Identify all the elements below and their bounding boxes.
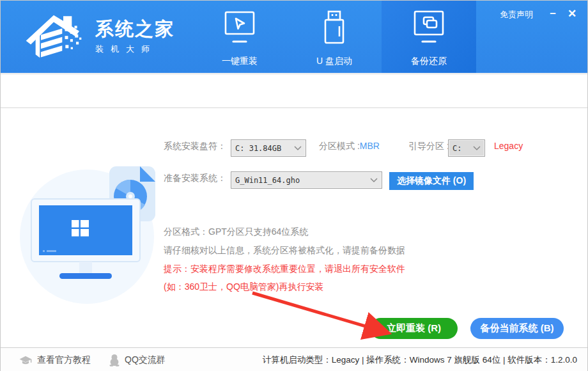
house-logo-icon	[25, 8, 89, 65]
security-warning-line1: 提示：安装程序需要修改系统重要位置，请退出所有安全软件	[164, 264, 405, 275]
install-drive-value: C: 31.84GB	[235, 144, 281, 153]
logo-subtitle: 装机大师	[95, 43, 174, 55]
system-image-label: 准备安装系统：	[164, 173, 226, 184]
monitor-cursor-icon	[222, 10, 258, 49]
boot-partition-value: C:	[453, 144, 461, 153]
chevron-down-icon	[366, 178, 378, 183]
partition-format-note: 分区格式：GPT分区只支持64位系统	[164, 226, 308, 238]
system-status-text: 计算机启动类型：Legacy | 操作系统：Windows 7 旗舰版 64位 …	[263, 354, 577, 366]
usb-drive-icon	[316, 10, 352, 49]
toolbar-strip	[1, 74, 587, 108]
chevron-down-icon	[290, 146, 302, 151]
qq-group-link[interactable]: QQ交流群	[109, 354, 166, 367]
qq-penguin-icon	[109, 354, 120, 367]
boot-partition-dropdown[interactable]: C:	[448, 139, 485, 157]
main-content: 系统安装盘符： C: 31.84GB 分区模式 :MBR 引导分区 : C: L…	[1, 109, 587, 347]
nav-tabs: 一键重装 U 盘启动	[192, 1, 476, 73]
app-window: 系统之家 装机大师 一键重装	[0, 0, 588, 371]
graduation-cap-icon	[19, 354, 33, 366]
install-drive-label: 系统安装盘符：	[164, 141, 226, 152]
verify-info-note: 请仔细核对以上信息，系统分区将被格式化，请提前备份数据	[164, 245, 405, 257]
install-drive-dropdown[interactable]: C: 31.84GB	[231, 139, 306, 157]
backup-current-system-button[interactable]: 备份当前系统 (B)	[470, 318, 564, 339]
chevron-down-icon	[469, 146, 481, 151]
tutorial-label: 查看官方教程	[37, 354, 91, 366]
partition-mode-label: 分区模式 :MBR	[319, 141, 380, 152]
partition-mode-label-text: 分区模式 :	[319, 141, 360, 151]
reinstall-now-button[interactable]: 立即重装 (R)	[370, 318, 458, 339]
tab-label: 备份还原	[411, 56, 447, 67]
logo-text: 系统之家 装机大师	[95, 18, 174, 56]
partition-mode-value: MBR	[360, 141, 380, 151]
choose-image-button[interactable]: 选择镜像文件 (O)	[389, 172, 474, 190]
tab-onekey-reinstall[interactable]: 一键重装	[192, 1, 287, 73]
title-bar: 系统之家 装机大师 一键重装	[1, 1, 587, 73]
disclaimer-link[interactable]: 免责声明	[500, 9, 533, 20]
system-install-illustration	[13, 157, 167, 306]
status-bar: 查看官方教程 QQ交流群 计算机启动类型：Legacy | 操作系统：Windo…	[1, 347, 587, 371]
boot-partition-label: 引导分区 :	[408, 141, 449, 152]
official-tutorial-link[interactable]: 查看官方教程	[19, 354, 91, 366]
security-warning-line2: (如：360卫士，QQ电脑管家)再执行安装	[164, 281, 323, 293]
tab-backup-restore[interactable]: 备份还原	[382, 1, 476, 73]
app-logo: 系统之家 装机大师	[25, 8, 174, 65]
minimize-button[interactable]: –	[545, 6, 561, 21]
monitor-backup-icon	[411, 10, 447, 49]
system-image-dropdown[interactable]: G_Win11_64.gho	[231, 171, 382, 189]
close-button[interactable]: ✕	[564, 6, 580, 21]
qq-group-label: QQ交流群	[125, 354, 166, 366]
system-image-value: G_Win11_64.gho	[235, 176, 300, 185]
boot-mode-value: Legacy	[494, 141, 523, 151]
tab-label: 一键重装	[222, 56, 258, 67]
tab-usb-boot[interactable]: U 盘启动	[287, 1, 382, 73]
tab-label: U 盘启动	[316, 56, 352, 67]
logo-title: 系统之家	[95, 18, 174, 40]
